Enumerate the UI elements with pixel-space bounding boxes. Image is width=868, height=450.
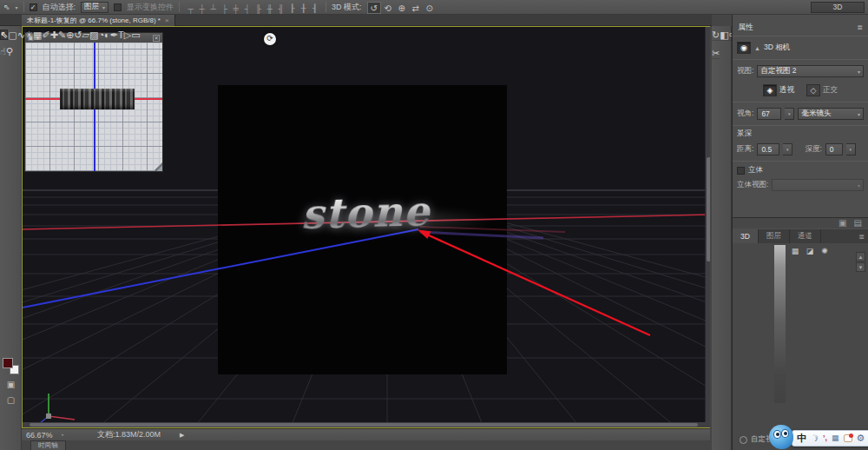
chevron-down-icon: ▾ <box>858 111 860 117</box>
distribute-vcenter-icon[interactable]: ╫ <box>264 4 275 13</box>
tab-3d[interactable]: 3D <box>733 229 759 243</box>
history-brush-tool[interactable]: ↺ <box>74 30 82 40</box>
foreground-color-swatch[interactable] <box>3 358 13 368</box>
brush-tool[interactable]: ✎ <box>58 30 66 40</box>
document-tab-bar: 未标题-1-恢复的 @ 66.7% (stone, RGB/8) * × <box>0 15 712 26</box>
distance-label: 距离: <box>737 144 753 155</box>
filter-mesh-icon[interactable]: ▦ <box>789 246 801 256</box>
show-transform-controls-checkbox[interactable] <box>114 3 122 11</box>
hand-tool[interactable]: ☝ <box>0 46 6 56</box>
secondary-view-window[interactable]: ▣ ▾ ✕ <box>24 32 163 172</box>
panel-menu-icon[interactable]: ≣ <box>857 23 863 31</box>
ime-mascot-icon[interactable] <box>769 425 793 449</box>
type-tool[interactable]: T <box>118 30 124 40</box>
stereo-label: 立体 <box>748 165 763 175</box>
align-bottom-icon[interactable]: ┴ <box>207 4 219 13</box>
custom-shape-tool[interactable]: ▭ <box>131 30 140 40</box>
3d-orbit-camera-icon[interactable]: ↺ <box>367 2 381 14</box>
perspective-button[interactable]: ◈ 透视 <box>763 84 794 96</box>
3d-slide-camera-icon[interactable]: ⇄ <box>409 3 423 15</box>
scrollbar-thumb[interactable] <box>30 423 698 427</box>
3d-pan-camera-icon[interactable]: ⊕ <box>395 3 409 15</box>
depth-input[interactable]: 0 <box>825 143 843 156</box>
zoom-tool[interactable]: ⚲ <box>6 46 13 56</box>
document-canvas[interactable]: stone ▣ ▾ ✕ ⟳ <box>22 26 712 428</box>
filter-material-icon[interactable]: ◪ <box>804 246 816 256</box>
screen-mode-button[interactable]: ▢ <box>0 394 22 407</box>
align-top-icon[interactable]: ┬ <box>185 4 196 13</box>
distribute-top-icon[interactable]: ╟ <box>253 4 264 13</box>
timeline-tab[interactable]: 时间轴 <box>30 440 66 450</box>
dodge-tool[interactable]: ◐ <box>104 30 110 40</box>
distribute-left-icon[interactable]: ┠ <box>286 4 298 13</box>
stepper-caret-icon[interactable]: ▾ <box>785 108 794 120</box>
orthographic-button[interactable]: ◇ 正交 <box>806 84 838 96</box>
fov-label: 视角: <box>737 109 753 119</box>
camera-icon[interactable]: ◉ <box>737 42 751 54</box>
view-dropdown[interactable]: 自定视图 2 ▾ <box>757 65 864 77</box>
ime-fullmoon-icon[interactable]: ☽ <box>810 433 820 443</box>
workspace-switcher-button[interactable]: 3D <box>811 2 865 13</box>
horizontal-scrollbar[interactable] <box>23 422 712 427</box>
align-vcenter-icon[interactable]: ┼ <box>196 4 207 13</box>
3d-roll-camera-icon[interactable]: ⟲ <box>381 3 395 15</box>
filter-light-icon[interactable]: ✺ <box>819 246 831 256</box>
render-icon[interactable]: ▣ <box>838 219 846 228</box>
scroll-up-icon[interactable]: ▲ <box>856 252 865 261</box>
ime-punctuation-icon[interactable]: ’, <box>823 434 827 442</box>
tab-channels[interactable]: 通道 <box>790 229 821 243</box>
eraser-tool[interactable]: ▱ <box>82 30 89 40</box>
move-tool[interactable]: ⇖ <box>0 30 8 40</box>
delete-icon[interactable]: ▤ <box>854 219 862 228</box>
camera-section-title: 3D 相机 <box>764 43 790 53</box>
materials-panel-icon[interactable]: ◧ <box>720 30 728 41</box>
align-left-icon[interactable]: ├ <box>219 4 230 13</box>
pen-tool[interactable]: ✒ <box>110 30 118 40</box>
document-tab[interactable]: 未标题-1-恢复的 @ 66.7% (stone, RGB/8) * × <box>22 15 175 26</box>
distribute-bottom-icon[interactable]: ╢ <box>275 4 286 13</box>
align-hcenter-icon[interactable]: ╪ <box>230 4 241 13</box>
separator <box>23 2 24 12</box>
tab-layers[interactable]: 图层 <box>759 229 790 243</box>
align-right-icon[interactable]: ┤ <box>241 4 253 13</box>
clone-stamp-tool[interactable]: ⊕ <box>66 30 74 40</box>
healing-brush-tool[interactable]: ✚ <box>50 30 58 40</box>
gradient-tool[interactable]: ▨ <box>89 30 98 40</box>
distribute-right-icon[interactable]: ┨ <box>309 4 320 13</box>
quick-mask-button[interactable]: ▣ <box>0 379 22 392</box>
resize-grip[interactable] <box>152 161 162 171</box>
auto-select-checkbox[interactable]: ✓ <box>30 3 37 11</box>
stereo-checkbox[interactable] <box>737 167 745 175</box>
crop-tool[interactable]: ▦ <box>33 30 42 40</box>
status-flyout-icon[interactable]: ▶ <box>180 432 184 439</box>
path-selection-tool[interactable]: ▷ <box>124 30 131 40</box>
ime-settings-icon[interactable]: ⚙ <box>857 433 865 443</box>
quick-selection-tool[interactable]: ✳ <box>25 30 33 40</box>
panel-tab-bar: 3D图层通道≣ <box>733 229 868 243</box>
stepper-caret-icon[interactable]: ▾ <box>783 143 792 156</box>
tool-preset-caret-icon[interactable]: ▾ <box>16 4 18 10</box>
close-icon[interactable]: × <box>165 17 169 24</box>
ime-language-icon[interactable]: 中 <box>797 433 806 443</box>
close-icon[interactable]: ✕ <box>153 35 160 42</box>
distance-input[interactable]: 0.5 <box>757 143 779 156</box>
lasso-tool[interactable]: ∿ <box>17 30 25 40</box>
auto-select-target-dropdown[interactable]: 图层 ▾ <box>81 2 108 13</box>
scroll-down-icon[interactable]: ▼ <box>856 262 865 272</box>
fov-input[interactable]: 67 <box>757 108 781 120</box>
zoom-level[interactable]: 66.67% <box>26 431 53 440</box>
lens-dropdown[interactable]: 毫米镜头 ▾ <box>798 108 864 120</box>
visibility-toggle-icon[interactable] <box>740 436 747 444</box>
3d-zoom-camera-icon[interactable]: ⊙ <box>423 3 437 15</box>
ime-keyboard-icon[interactable]: ▦ <box>832 434 839 442</box>
ime-skin-icon[interactable] <box>844 434 852 442</box>
distribute-hcenter-icon[interactable]: ╂ <box>298 4 309 13</box>
marquee-tool[interactable]: ▢ <box>8 30 16 40</box>
eyedropper-tool[interactable]: ✐ <box>42 30 49 40</box>
view-label: 视图: <box>737 66 753 76</box>
tool-presets-panel-icon[interactable]: ✂ <box>712 48 720 59</box>
history-panel-icon[interactable]: ↻ <box>712 30 720 41</box>
stepper-caret-icon[interactable]: ▾ <box>846 143 856 156</box>
panel-menu-icon[interactable]: ≣ <box>858 233 868 241</box>
current-tool-icon[interactable]: ⇖ <box>3 3 10 11</box>
